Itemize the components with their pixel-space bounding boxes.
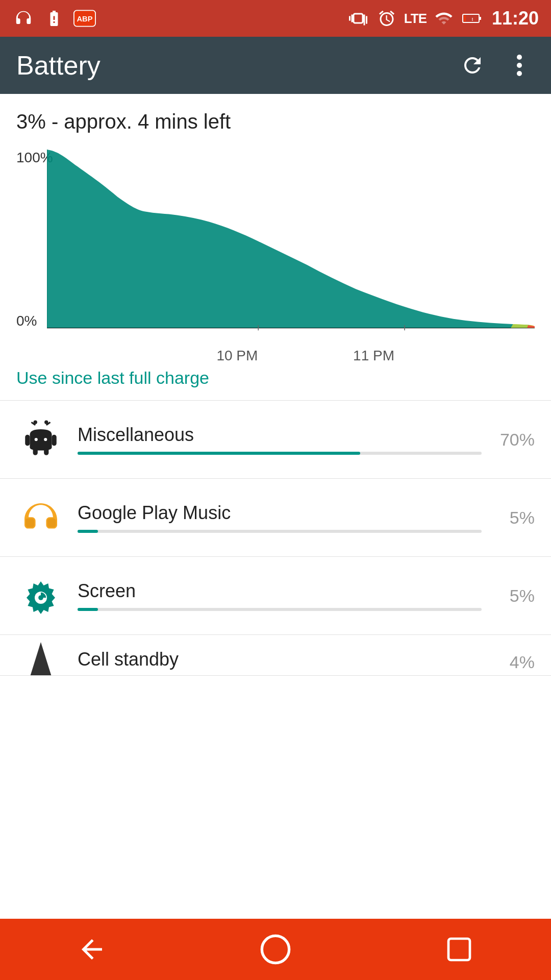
usage-item-miscellaneous[interactable]: Miscellaneous 70%: [0, 401, 551, 479]
svg-rect-28: [448, 939, 470, 960]
usage-bar-music-fill: [78, 530, 98, 533]
toolbar: Battery: [0, 37, 551, 94]
vibrate-icon: [347, 7, 369, 30]
usage-percent-screen: 5%: [494, 586, 535, 606]
usage-item-miscellaneous-name: Miscellaneous: [78, 424, 482, 446]
usage-item-cell-standby[interactable]: Cell standby 4%: [0, 635, 551, 676]
recents-button[interactable]: [434, 929, 485, 970]
music-icon: [16, 493, 65, 542]
toolbar-actions: [457, 50, 535, 81]
svg-point-6: [517, 55, 522, 60]
usage-percent-miscellaneous: 70%: [494, 430, 535, 450]
adblock-icon: ABP: [73, 7, 96, 30]
page-title: Battery: [16, 50, 101, 81]
usage-item-music-content: Google Play Music: [78, 502, 482, 533]
usage-bar-screen-bg: [78, 608, 482, 611]
battery-status-text: 3% - approx. 4 mins left: [16, 110, 231, 133]
svg-marker-26: [28, 642, 54, 676]
svg-point-8: [517, 71, 522, 76]
svg-point-7: [517, 63, 522, 68]
usage-percent-music: 5%: [494, 508, 535, 528]
usage-item-cell-name: Cell standby: [78, 649, 482, 670]
status-bar: ABP LTE: [0, 0, 551, 37]
battery-chart-container: 100% 0% 10 PM: [0, 141, 551, 356]
usage-item-screen[interactable]: Screen 5%: [0, 557, 551, 635]
status-bar-left-icons: ABP: [12, 7, 96, 30]
battery-low-icon: !: [461, 7, 484, 30]
status-bar-right-icons: LTE ! 11:20: [347, 7, 539, 30]
usage-item-cell-content: Cell standby: [78, 649, 482, 676]
usage-item-screen-name: Screen: [78, 580, 482, 602]
svg-rect-17: [25, 435, 30, 446]
usage-item-miscellaneous-content: Miscellaneous: [78, 424, 482, 455]
back-button[interactable]: [66, 929, 117, 970]
more-options-button[interactable]: [504, 50, 535, 81]
status-time: 11:20: [492, 8, 539, 29]
battery-alert-icon: [43, 7, 65, 30]
svg-rect-3: [479, 17, 481, 20]
svg-text:!: !: [471, 17, 473, 22]
chart-label-0: 0%: [16, 313, 37, 329]
svg-point-25: [38, 595, 43, 600]
bottom-nav: [0, 919, 551, 980]
refresh-button[interactable]: [457, 50, 488, 81]
usage-item-screen-content: Screen: [78, 580, 482, 611]
chart-time-labels: 10 PM 11 PM: [47, 344, 535, 356]
usage-bar-miscellaneous-bg: [78, 452, 482, 455]
svg-point-22: [44, 438, 47, 441]
screen-icon: [16, 571, 65, 620]
alarm-icon: [375, 7, 398, 30]
usage-item-google-play-music[interactable]: Google Play Music 5%: [0, 479, 551, 557]
svg-rect-18: [52, 435, 57, 446]
chart-time-label-10pm: 10 PM: [216, 348, 258, 364]
chart-time-label-11pm: 11 PM: [353, 348, 394, 364]
lte-icon: LTE: [404, 7, 427, 30]
battery-chart: 100% 0%: [16, 150, 535, 344]
usage-percent-cell: 4%: [494, 652, 535, 672]
use-since-link[interactable]: Use since last full charge: [0, 356, 551, 401]
home-button[interactable]: [250, 929, 301, 970]
svg-rect-20: [44, 447, 48, 455]
headphone-icon: [12, 7, 35, 30]
usage-bar-music-bg: [78, 530, 482, 533]
battery-info: 3% - approx. 4 mins left: [0, 94, 551, 141]
svg-rect-19: [33, 447, 38, 455]
svg-text:ABP: ABP: [77, 15, 93, 23]
usage-list: Miscellaneous 70% Google Play Music 5%: [0, 401, 551, 919]
usage-bar-screen-fill: [78, 608, 98, 611]
svg-rect-4: [464, 15, 466, 21]
android-icon: [16, 415, 65, 464]
chart-svg-wrapper: [47, 150, 535, 344]
svg-point-27: [262, 936, 289, 963]
usage-item-music-name: Google Play Music: [78, 502, 482, 524]
usage-bar-miscellaneous-fill: [78, 452, 360, 455]
svg-point-21: [35, 438, 38, 441]
signal-icon: [433, 7, 455, 30]
cell-icon: [16, 638, 65, 676]
